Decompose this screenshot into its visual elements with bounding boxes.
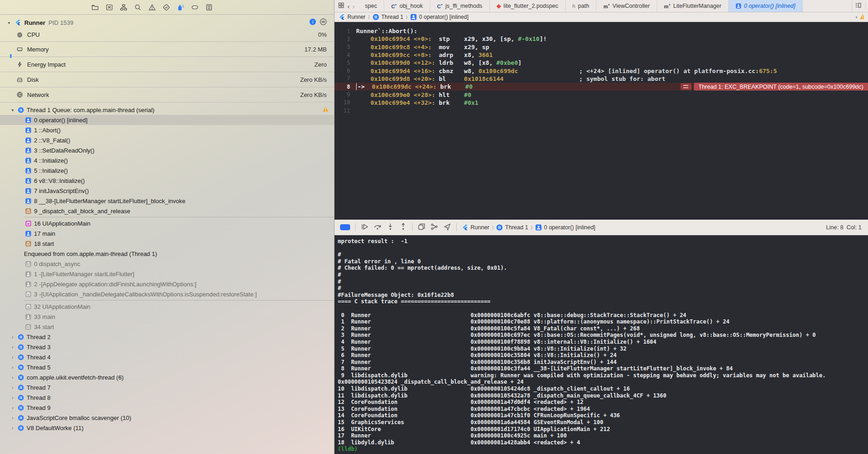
- gauge-row-energy-impact[interactable]: Energy ImpactZero: [0, 57, 334, 72]
- disclosure-icon[interactable]: ›: [10, 405, 15, 410]
- thread-row[interactable]: ›Thread 8: [0, 392, 334, 403]
- disclosure-icon[interactable]: ›: [10, 365, 15, 370]
- gauge-row-disk[interactable]: DiskZero KB/s: [0, 72, 334, 87]
- stack-frame-row[interactable]: 0 dispatch_async: [0, 259, 334, 269]
- stack-frame-row[interactable]: 34 start: [0, 322, 334, 332]
- disclosure-icon[interactable]: ▾: [10, 108, 15, 113]
- stack-frame-row[interactable]: 17 main: [0, 228, 334, 238]
- stack-frame-row[interactable]: 2 -[AppDelegate application:didFinishLau…: [0, 279, 334, 289]
- view-debugger-button[interactable]: [418, 223, 425, 232]
- gauge-row-network[interactable]: NetworkZero KB/s: [0, 87, 334, 102]
- stack-frame-row[interactable]: 9 _dispatch_call_block_and_release: [0, 206, 334, 216]
- code-line[interactable]: 5 0x100c699d0 <+12>: ldrb w8, [x8, #0xbe…: [335, 59, 868, 67]
- stack-frame-row[interactable]: 1 ::Abort(): [0, 125, 334, 135]
- code-line[interactable]: 1Runner`::Abort():: [335, 27, 868, 35]
- disclosure-icon[interactable]: ›: [10, 426, 15, 431]
- stack-frame-row[interactable]: 8 __38-[LiteFlutterManager startLiteFlut…: [0, 196, 334, 206]
- disclosure-icon[interactable]: ›: [10, 415, 15, 420]
- breakpoint-navigator-icon[interactable]: [191, 3, 199, 11]
- chevron-left-icon[interactable]: ‹: [856, 14, 857, 20]
- stack-frame-row[interactable]: 0 operator() [inlined]: [0, 115, 334, 125]
- thread-row[interactable]: ›Thread 7: [0, 382, 334, 392]
- find-navigator-icon[interactable]: [134, 3, 142, 11]
- gauge-circle-icon[interactable]: [320, 18, 327, 27]
- tab-0-operator-inlined-[interactable]: 0 operator() [inlined]: [729, 0, 803, 12]
- code-line[interactable]: 7 0x100c699d8 <+20>: bl 0x1018c6144 ; sy…: [335, 75, 868, 83]
- tab-lite-flutter-2-podspec[interactable]: ◆lite_flutter_2.podspec: [490, 0, 566, 12]
- breadcrumb-item[interactable]: Thread 1: [381, 14, 403, 20]
- breadcrumb-item[interactable]: Runner: [347, 14, 365, 20]
- thread-row[interactable]: ›Thread 3: [0, 342, 334, 352]
- thread-row[interactable]: ›JavaScriptCore bmalloc scavenger (10): [0, 413, 334, 423]
- debug-console[interactable]: mprotect result : -1 # # Fatal error in …: [335, 235, 868, 454]
- code-line[interactable]: 11: [335, 107, 868, 114]
- test-navigator-icon[interactable]: [162, 3, 170, 11]
- symbol-navigator-icon[interactable]: [119, 3, 127, 11]
- report-navigator-icon[interactable]: [205, 3, 213, 11]
- stack-frame-row[interactable]: 33 main: [0, 312, 334, 322]
- current-instruction-line[interactable]: 8-> 0x100c699dc <+24>: brk #0Thread 1: E…: [335, 83, 868, 91]
- code-line[interactable]: 10 0x100c699e4 <+32>: brk #0x1: [335, 99, 868, 107]
- lldb-prompt[interactable]: (lldb): [338, 446, 361, 452]
- code-line[interactable]: 4 0x100c699cc <+8>: adrp x8, 3661: [335, 51, 868, 59]
- stack-frame-row[interactable]: 7 initJavaScriptEnv(): [0, 186, 334, 196]
- tab-viewcontroller[interactable]: m+ViewController: [596, 0, 657, 12]
- debug-navigator-icon[interactable]: [176, 3, 184, 11]
- stack-frame-row[interactable]: 16 UIApplicationMain: [0, 218, 334, 228]
- step-into-button[interactable]: [386, 223, 394, 232]
- stack-frame-row[interactable]: 3 ::SetDataReadOnly(): [0, 145, 334, 155]
- info-badge-icon[interactable]: i: [309, 18, 316, 27]
- breadcrumb-item[interactable]: Runner: [471, 224, 489, 231]
- back-icon[interactable]: ‹: [347, 3, 350, 10]
- stack-frame-row[interactable]: 2 ::V8_Fatal(): [0, 135, 334, 145]
- breakpoints-toggle[interactable]: [340, 224, 350, 230]
- source-control-navigator-icon[interactable]: [105, 3, 113, 11]
- thread-row[interactable]: ›Thread 5: [0, 362, 334, 372]
- disassembly-editor[interactable]: 1Runner`::Abort():2 0x100c699c4 <+0>: st…: [335, 22, 868, 220]
- breadcrumb-item[interactable]: 0 operator() [inlined]: [544, 224, 596, 231]
- code-line[interactable]: 9 0x100c699e0 <+28>: hlt #0: [335, 91, 868, 98]
- stack-frame-row[interactable]: 6 v8::V8::Initialize(): [0, 176, 334, 186]
- disclosure-icon[interactable]: ›: [10, 375, 15, 380]
- tab-path[interactable]: hpath: [566, 0, 596, 12]
- thread-row[interactable]: ▾Thread 1 Queue: com.apple.main-thread (…: [0, 105, 334, 115]
- disclosure-icon[interactable]: ›: [10, 395, 15, 400]
- chevron-down-icon[interactable]: ▾: [6, 20, 11, 25]
- tab-js-ffi-methods[interactable]: C+js_ffi_methods: [430, 0, 489, 12]
- process-row[interactable]: ▾ Runner PID 1539 i: [0, 17, 334, 28]
- step-out-button[interactable]: [399, 223, 407, 232]
- code-line[interactable]: 2 0x100c699c4 <+0>: stp x29, x30, [sp, #…: [335, 35, 868, 43]
- gauge-row-cpu[interactable]: CPU0%: [0, 28, 334, 42]
- related-items-icon[interactable]: [338, 2, 345, 10]
- gauge-row-memory[interactable]: Memory17.2 MB: [0, 42, 334, 57]
- disclosure-icon[interactable]: ›: [10, 385, 15, 390]
- stack-frame-row[interactable]: 5 ::Initialize(): [0, 165, 334, 176]
- stack-frame-row[interactable]: 3 -[UIApplication _handleDelegateCallbac…: [0, 289, 334, 299]
- disclosure-icon[interactable]: ›: [10, 335, 15, 340]
- continue-button[interactable]: [361, 223, 369, 232]
- editor-options-icon[interactable]: [855, 2, 862, 10]
- thread-row[interactable]: ›Thread 4: [0, 352, 334, 362]
- simulate-location-button[interactable]: [443, 223, 451, 232]
- breadcrumb-item[interactable]: Thread 1: [505, 224, 528, 231]
- debug-breadcrumb[interactable]: Runner〉Thread 1〉0 operator() [inlined]: [462, 224, 596, 231]
- forward-icon[interactable]: ›: [352, 3, 355, 10]
- thread-row[interactable]: ›V8 DefaultWorke (11): [0, 423, 334, 433]
- step-over-button[interactable]: [374, 223, 381, 232]
- stack-frame-row[interactable]: 32 UIApplicationMain: [0, 301, 334, 312]
- stack-frame-row[interactable]: 4 ::Initialize(): [0, 155, 334, 165]
- project-navigator-icon[interactable]: [91, 3, 99, 11]
- breakpoint-annotation[interactable]: Thread 1: EXC_BREAKPOINT (code=1, subcod…: [681, 83, 868, 91]
- disclosure-icon[interactable]: ›: [10, 355, 15, 360]
- memory-graph-button[interactable]: [431, 223, 438, 232]
- stack-frame-row[interactable]: 18 start: [0, 238, 334, 249]
- disclosure-icon[interactable]: ›: [10, 345, 15, 350]
- breadcrumb[interactable]: Runner〉Thread 1〉0 operator() [inlined]: [339, 14, 468, 20]
- stack-frame-row[interactable]: 1 -[LiteFlutterManager startLiteFlutter]: [0, 269, 334, 279]
- thread-row[interactable]: ›Thread 9: [0, 403, 334, 413]
- tab-litefluttermanager[interactable]: m+LiteFlutterManager: [657, 0, 729, 12]
- code-line[interactable]: 3 0x100c699c8 <+4>: mov x29, sp: [335, 43, 868, 51]
- thread-row[interactable]: ›com.apple.uikit.eventfetch-thread (6): [0, 372, 334, 382]
- thread-row[interactable]: ›Thread 2: [0, 332, 334, 342]
- code-line[interactable]: 6 0x100c699d4 <+16>: cbnz w8, 0x100c699d…: [335, 67, 868, 74]
